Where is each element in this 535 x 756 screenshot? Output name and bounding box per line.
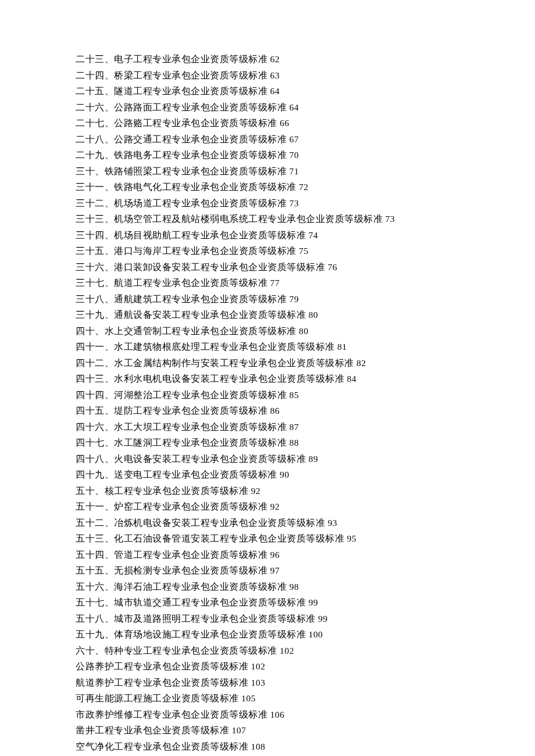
toc-line: 四十八、火电设备安装工程专业承包企业资质等级标准 89 [76, 451, 459, 467]
toc-line: 五十七、城市轨道交通工程专业承包企业资质等级标准 99 [76, 594, 459, 611]
toc-line: 凿井工程专业承包企业资质等级标准 107 [76, 722, 459, 739]
toc-line: 三十六、港口装卸设备安装工程专业承包企业资质等级标准 76 [76, 259, 459, 275]
toc-line: 五十三、化工石油设备管道安装工程专业承包企业资质等级标准 95 [76, 531, 459, 547]
toc-line: 三十九、通航设备安装工程专业承包企业资质等级标准 80 [76, 307, 459, 323]
toc-line: 三十三、机场空管工程及航站楼弱电系统工程专业承包企业资质等级标准 73 [76, 211, 459, 227]
toc-line: 三十八、通航建筑工程专业承包企业资质等级标准 79 [76, 291, 459, 307]
toc-line: 四十、水上交通管制工程专业承包企业资质等级标准 80 [76, 323, 459, 339]
toc-line: 四十六、水工大坝工程专业承包企业资质等级标准 87 [76, 419, 459, 435]
toc-line: 四十一、水工建筑物根底处理工程专业承包企业资质等级标准 81 [76, 339, 459, 355]
toc-line: 可再生能源工程施工企业资质等级标准 105 [76, 690, 459, 707]
toc-line: 二十四、桥梁工程专业承包企业资质等级标准 63 [76, 67, 459, 84]
toc-line: 三十二、机场场道工程专业承包企业资质等级标准 73 [76, 195, 459, 212]
toc-line: 二十五、隧道工程专业承包企业资质等级标准 64 [76, 83, 459, 99]
toc-line: 二十九、铁路电务工程专业承包企业资质等级标准 70 [76, 147, 459, 163]
toc-line: 三十四、机场目视助航工程专业承包企业资质等级标准 74 [76, 227, 459, 243]
toc-line: 五十二、冶炼机电设备安装工程专业承包企业资质等级标准 93 [76, 515, 459, 531]
toc-line: 空气净化工程专业承包企业资质等级标准 108 [76, 739, 459, 755]
toc-line: 二十六、公路路面工程专业承包企业资质等级标准 64 [76, 99, 459, 116]
toc-line: 三十、铁路铺照梁工程专业承包企业资质等级标准 71 [76, 163, 459, 180]
toc-line: 三十一、铁路电气化工程专业承包企业资质等级标准 72 [76, 179, 459, 195]
toc-line: 公路养护工程专业承包企业资质等级标准 102 [76, 658, 459, 675]
toc-line: 五十一、炉窑工程专业承包企业资质等级标准 92 [76, 499, 459, 515]
toc-line: 五十八、城市及道路照明工程专业承包企业资质等级标准 99 [76, 611, 459, 627]
toc-line: 四十二、水工金属结构制作与安装工程专业承包企业资质等级标准 82 [76, 355, 459, 371]
toc-line: 二十八、公路交通工程专业承包企业资质等级标准 67 [76, 131, 459, 148]
toc-line: 二十三、电子工程专业承包企业资质等级标准 62 [76, 51, 459, 67]
toc-line: 四十九、送变电工程专业承包企业资质等级标准 90 [76, 467, 459, 483]
toc-line: 三十七、航道工程专业承包企业资质等级标准 77 [76, 275, 459, 291]
toc-line: 航道养护工程专业承包企业资质等级标准 103 [76, 675, 459, 691]
toc-line: 五十、核工程专业承包企业资质等级标准 92 [76, 483, 459, 499]
toc-line: 四十五、堤防工程专业承包企业资质等级标准 86 [76, 403, 459, 419]
toc-line: 二十七、公路赂工程专业承包企业资质等级标准 66 [76, 115, 459, 131]
toc-line: 四十七、水工隧洞工程专业承包企业资质等级标准 88 [76, 435, 459, 451]
toc-line: 五十五、无损检测专业承包企业资质等级标准 97 [76, 562, 459, 579]
document-page: 二十三、电子工程专业承包企业资质等级标准 62 二十四、桥梁工程专业承包企业资质… [0, 0, 535, 756]
toc-line: 市政养护维修工程专业承包企业资质等级标准 106 [76, 707, 459, 723]
toc-line: 四十四、河湖整治工程专业承包企业资质等级标准 85 [76, 387, 459, 403]
toc-line: 五十六、海洋石油工程专业承包企业资质等级标准 98 [76, 579, 459, 595]
toc-line: 五十四、管道工程专业承包企业资质等级标准 96 [76, 547, 459, 563]
toc-line: 六十、特种专业工程专业承包企业资质等级标准 102 [76, 643, 459, 659]
toc-line: 三十五、港口与海岸工程专业承包企业资质等级标准 75 [76, 243, 459, 259]
toc-line: 五十九、体育场地设施工程专业承包企业资质等级标准 100 [76, 626, 459, 643]
toc-line: 四十三、水利水电机电设备安装工程专业承包企业资质等级标准 84 [76, 371, 459, 387]
